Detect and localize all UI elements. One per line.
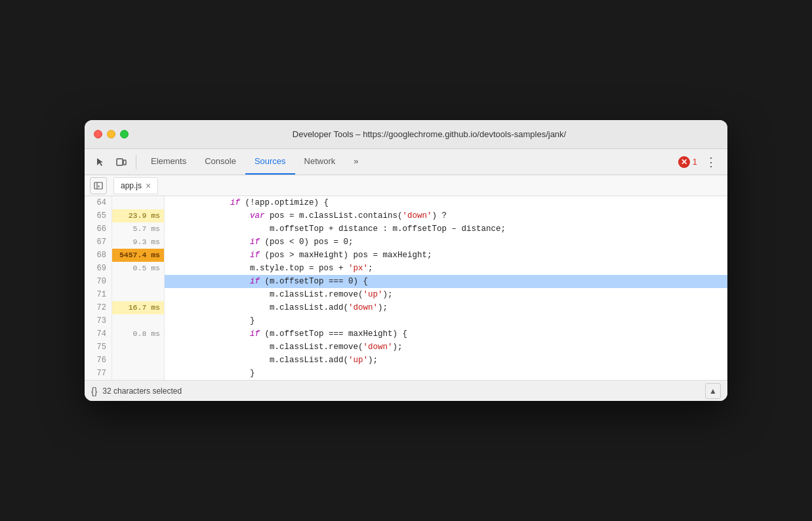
- line-timing-64: [112, 196, 165, 209]
- line-timing-74: 0.8 ms: [112, 327, 165, 341]
- line-num-76: 76: [85, 354, 112, 367]
- file-tab-appjs[interactable]: app.js ×: [113, 177, 158, 194]
- line-code-66: m.offsetTop + distance : m.offsetTop – d…: [165, 222, 727, 236]
- line-num-69: 69: [85, 262, 112, 275]
- error-icon: ✕: [678, 156, 690, 168]
- code-line-69: 69 0.5 ms m.style.top = pos + 'px';: [85, 262, 727, 275]
- svg-rect-1: [123, 160, 126, 165]
- titlebar: Developer Tools – https://googlechrome.g…: [85, 120, 727, 149]
- code-editor[interactable]: 64 if (!app.optimize) { 65 23.9 ms var p…: [85, 196, 727, 380]
- code-line-64: 64 if (!app.optimize) {: [85, 196, 727, 209]
- code-line-65: 65 23.9 ms var pos = m.classList.contain…: [85, 209, 727, 222]
- line-code-67: if (pos < 0) pos = 0;: [165, 236, 727, 249]
- file-tab-close-icon[interactable]: ×: [146, 181, 151, 190]
- line-timing-71: [112, 288, 165, 301]
- line-num-70: 70: [85, 275, 112, 288]
- tab-network[interactable]: Network: [295, 149, 345, 175]
- line-code-77: }: [165, 367, 727, 380]
- line-num-77: 77: [85, 367, 112, 380]
- device-icon[interactable]: [112, 153, 131, 171]
- code-line-77: 77 }: [85, 367, 727, 380]
- line-timing-73: [112, 314, 165, 327]
- statusbar: {} 32 characters selected ▲: [85, 380, 727, 401]
- line-timing-70: [112, 275, 165, 288]
- line-code-71: m.classList.remove('up');: [165, 288, 727, 301]
- format-icon: {}: [91, 386, 97, 396]
- line-code-68: if (pos > maxHeight) pos = maxHeight;: [165, 249, 727, 262]
- code-lines-container: 64 if (!app.optimize) { 65 23.9 ms var p…: [85, 196, 727, 380]
- toolbar-divider: [136, 155, 136, 169]
- traffic-lights: [94, 130, 129, 138]
- line-timing-69: 0.5 ms: [112, 262, 165, 275]
- sidebar-toggle-button[interactable]: [90, 177, 107, 194]
- code-line-68: 68 5457.4 ms if (pos > maxHeight) pos = …: [85, 249, 727, 262]
- minimize-button[interactable]: [107, 130, 115, 138]
- line-num-71: 71: [85, 288, 112, 301]
- line-num-73: 73: [85, 314, 112, 327]
- tab-elements[interactable]: Elements: [142, 149, 195, 175]
- line-timing-76: [112, 354, 165, 367]
- line-timing-77: [112, 367, 165, 380]
- line-timing-75: [112, 341, 165, 354]
- line-code-72: m.classList.add('down');: [165, 301, 727, 314]
- line-timing-72: 16.7 ms: [112, 301, 165, 314]
- scroll-to-top-button[interactable]: ▲: [705, 383, 721, 399]
- line-timing-68: 5457.4 ms: [112, 249, 165, 262]
- line-code-65: var pos = m.classList.contains('down') ?: [165, 209, 727, 222]
- window-title: Developer Tools – https://googlechrome.g…: [140, 129, 718, 139]
- code-line-76: 76 m.classList.add('up');: [85, 354, 727, 367]
- cursor-icon[interactable]: [91, 153, 110, 171]
- close-button[interactable]: [94, 130, 102, 138]
- code-line-74: 74 0.8 ms if (m.offsetTop === maxHeight)…: [85, 327, 727, 341]
- line-code-76: m.classList.add('up');: [165, 354, 727, 367]
- line-num-68: 68: [85, 249, 112, 262]
- line-timing-67: 9.3 ms: [112, 236, 165, 249]
- more-menu-button[interactable]: ⋮: [701, 155, 721, 169]
- maximize-button[interactable]: [120, 130, 129, 138]
- devtools-window: Developer Tools – https://googlechrome.g…: [85, 120, 727, 401]
- toolbar-right: ✕ 1 ⋮: [678, 155, 721, 169]
- tab-console[interactable]: Console: [195, 149, 245, 175]
- tab-more[interactable]: »: [344, 149, 367, 175]
- code-line-71: 71 m.classList.remove('up');: [85, 288, 727, 301]
- line-code-73: }: [165, 314, 727, 327]
- line-num-74: 74: [85, 327, 112, 341]
- code-line-66: 66 5.7 ms m.offsetTop + distance : m.off…: [85, 222, 727, 236]
- statusbar-text: 32 characters selected: [102, 386, 182, 396]
- code-line-72: 72 16.7 ms m.classList.add('down');: [85, 301, 727, 314]
- code-line-67: 67 9.3 ms if (pos < 0) pos = 0;: [85, 236, 727, 249]
- line-code-74: if (m.offsetTop === maxHeight) {: [165, 327, 727, 341]
- svg-rect-0: [117, 159, 123, 165]
- code-line-70: 70 if (m.offsetTop === 0) {: [85, 275, 727, 288]
- code-line-73: 73 }: [85, 314, 727, 327]
- line-code-69: m.style.top = pos + 'px';: [165, 262, 727, 275]
- line-code-64: if (!app.optimize) {: [165, 196, 727, 209]
- line-timing-65: 23.9 ms: [112, 209, 165, 222]
- line-num-64: 64: [85, 196, 112, 209]
- line-num-66: 66: [85, 222, 112, 236]
- line-code-75: m.classList.remove('down');: [165, 341, 727, 354]
- line-code-70: if (m.offsetTop === 0) {: [165, 275, 727, 288]
- line-num-72: 72: [85, 301, 112, 314]
- main-toolbar: Elements Console Sources Network » ✕ 1 ⋮: [85, 149, 727, 175]
- tab-sources[interactable]: Sources: [245, 149, 295, 175]
- line-num-65: 65: [85, 209, 112, 222]
- line-num-75: 75: [85, 341, 112, 354]
- file-tabbar: app.js ×: [85, 175, 727, 196]
- code-line-75: 75 m.classList.remove('down');: [85, 341, 727, 354]
- line-timing-66: 5.7 ms: [112, 222, 165, 236]
- tab-bar: Elements Console Sources Network »: [142, 149, 676, 175]
- svg-marker-4: [98, 185, 100, 188]
- line-num-67: 67: [85, 236, 112, 249]
- error-badge[interactable]: ✕ 1: [678, 156, 697, 168]
